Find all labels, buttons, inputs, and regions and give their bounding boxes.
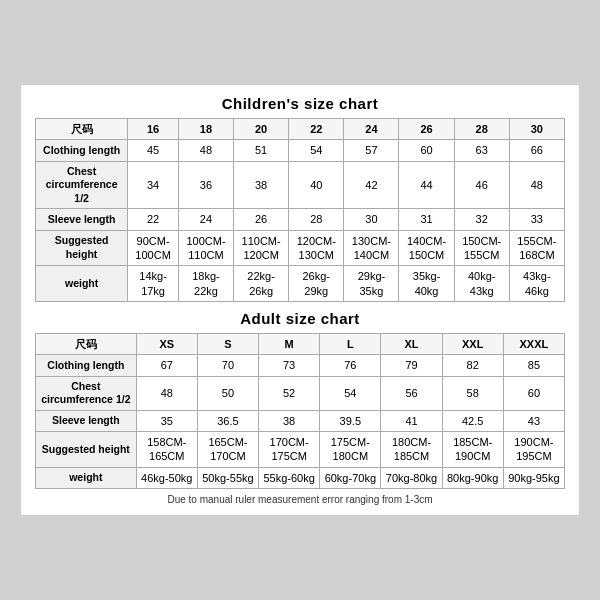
cell-value: 43: [503, 410, 564, 431]
cell-value: 73: [259, 355, 320, 376]
cell-value: 43kg-46kg: [509, 266, 564, 302]
cell-value: 45: [128, 140, 179, 161]
cell-value: 35: [136, 410, 197, 431]
cell-value: 36.5: [197, 410, 258, 431]
table-row: Suggested height158CM-165CM165CM-170CM17…: [36, 432, 565, 468]
adult-header-row: 尺码XSSMLXLXXLXXXL: [36, 333, 565, 354]
cell-value: 90CM-100CM: [128, 230, 179, 266]
cell-value: 26: [234, 209, 289, 230]
cell-value: 30: [344, 209, 399, 230]
cell-value: 29kg-35kg: [344, 266, 399, 302]
col-header-size: 20: [234, 118, 289, 139]
cell-value: 82: [442, 355, 503, 376]
cell-value: 150CM-155CM: [454, 230, 509, 266]
cell-value: 57: [344, 140, 399, 161]
col-header-size: 26: [399, 118, 454, 139]
cell-value: 40kg-43kg: [454, 266, 509, 302]
cell-value: 60: [503, 376, 564, 410]
cell-value: 155CM-168CM: [509, 230, 564, 266]
cell-value: 34: [128, 161, 179, 209]
col-header-label: 尺码: [36, 333, 137, 354]
table-row: weight14kg-17kg18kg-22kg22kg-26kg26kg-29…: [36, 266, 565, 302]
cell-value: 130CM-140CM: [344, 230, 399, 266]
cell-value: 165CM-170CM: [197, 432, 258, 468]
col-header-size: 24: [344, 118, 399, 139]
cell-value: 110CM-120CM: [234, 230, 289, 266]
cell-value: 48: [136, 376, 197, 410]
cell-value: 120CM-130CM: [289, 230, 344, 266]
cell-value: 48: [509, 161, 564, 209]
cell-value: 67: [136, 355, 197, 376]
children-table: 尺码1618202224262830 Clothing length454851…: [35, 118, 565, 302]
cell-value: 158CM-165CM: [136, 432, 197, 468]
cell-value: 50kg-55kg: [197, 467, 258, 488]
cell-value: 60: [399, 140, 454, 161]
table-row: Chest circumference 1/23436384042444648: [36, 161, 565, 209]
cell-value: 22: [128, 209, 179, 230]
cell-value: 33: [509, 209, 564, 230]
table-row: Clothing length4548515457606366: [36, 140, 565, 161]
cell-value: 46: [454, 161, 509, 209]
cell-value: 18kg-22kg: [178, 266, 233, 302]
col-header-size: M: [259, 333, 320, 354]
col-header-size: 22: [289, 118, 344, 139]
cell-value: 38: [259, 410, 320, 431]
col-header-size: 28: [454, 118, 509, 139]
cell-value: 54: [289, 140, 344, 161]
cell-value: 14kg-17kg: [128, 266, 179, 302]
cell-value: 46kg-50kg: [136, 467, 197, 488]
row-label: Clothing length: [36, 140, 128, 161]
adult-chart-title: Adult size chart: [35, 310, 565, 327]
col-header-size: XL: [381, 333, 442, 354]
row-label: weight: [36, 467, 137, 488]
cell-value: 70kg-80kg: [381, 467, 442, 488]
cell-value: 66: [509, 140, 564, 161]
col-header-size: 30: [509, 118, 564, 139]
row-label: Chest circumference 1/2: [36, 376, 137, 410]
row-label: Sleeve length: [36, 410, 137, 431]
cell-value: 76: [320, 355, 381, 376]
row-label: Chest circumference 1/2: [36, 161, 128, 209]
cell-value: 32: [454, 209, 509, 230]
cell-value: 35kg-40kg: [399, 266, 454, 302]
cell-value: 26kg-29kg: [289, 266, 344, 302]
row-label: Sleeve length: [36, 209, 128, 230]
adult-table: 尺码XSSMLXLXXLXXXL Clothing length67707376…: [35, 333, 565, 489]
cell-value: 79: [381, 355, 442, 376]
cell-value: 48: [178, 140, 233, 161]
cell-value: 56: [381, 376, 442, 410]
cell-value: 50: [197, 376, 258, 410]
row-label: Suggested height: [36, 230, 128, 266]
cell-value: 42: [344, 161, 399, 209]
cell-value: 28: [289, 209, 344, 230]
cell-value: 70: [197, 355, 258, 376]
cell-value: 36: [178, 161, 233, 209]
cell-value: 100CM-110CM: [178, 230, 233, 266]
cell-value: 41: [381, 410, 442, 431]
table-row: weight46kg-50kg50kg-55kg55kg-60kg60kg-70…: [36, 467, 565, 488]
cell-value: 44: [399, 161, 454, 209]
table-row: Sleeve length2224262830313233: [36, 209, 565, 230]
cell-value: 31: [399, 209, 454, 230]
row-label: Clothing length: [36, 355, 137, 376]
cell-value: 24: [178, 209, 233, 230]
col-header-label: 尺码: [36, 118, 128, 139]
cell-value: 175CM-180CM: [320, 432, 381, 468]
cell-value: 58: [442, 376, 503, 410]
footer-note: Due to manual ruler measurement error ra…: [35, 494, 565, 505]
col-header-size: XS: [136, 333, 197, 354]
cell-value: 51: [234, 140, 289, 161]
cell-value: 180CM-185CM: [381, 432, 442, 468]
children-chart-title: Children's size chart: [35, 95, 565, 112]
cell-value: 22kg-26kg: [234, 266, 289, 302]
cell-value: 54: [320, 376, 381, 410]
table-row: Clothing length67707376798285: [36, 355, 565, 376]
table-row: Suggested height90CM-100CM100CM-110CM110…: [36, 230, 565, 266]
cell-value: 38: [234, 161, 289, 209]
col-header-size: 16: [128, 118, 179, 139]
children-header-row: 尺码1618202224262830: [36, 118, 565, 139]
cell-value: 85: [503, 355, 564, 376]
size-chart-container: Children's size chart 尺码1618202224262830…: [20, 84, 580, 516]
cell-value: 170CM-175CM: [259, 432, 320, 468]
cell-value: 42.5: [442, 410, 503, 431]
